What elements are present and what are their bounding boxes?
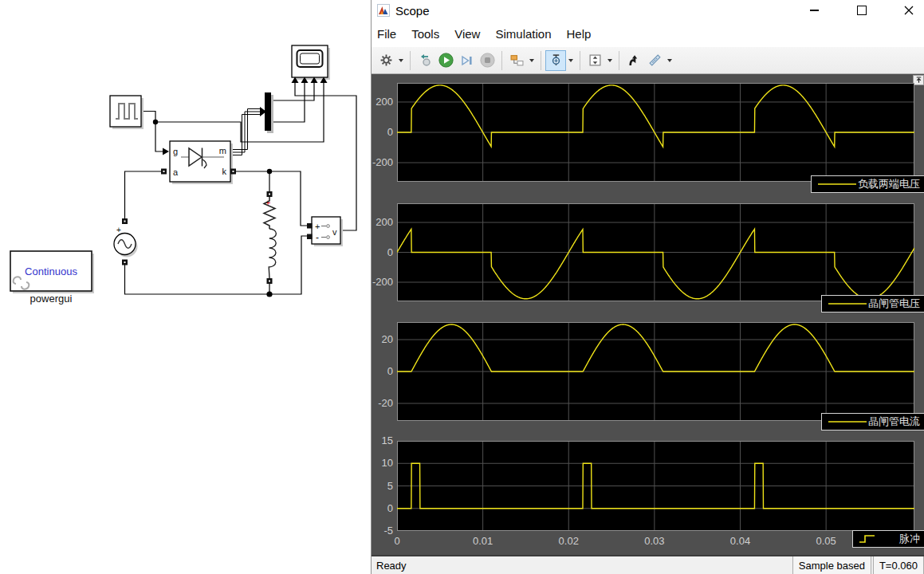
chevron-down-icon (399, 59, 403, 62)
menu-tools[interactable]: Tools (411, 27, 439, 41)
scope-plot-thyristor-current[interactable] (397, 322, 914, 421)
trigger-icon (549, 53, 563, 67)
statusbar: Ready Sample based T=0.060 (372, 555, 924, 574)
rlc-port-top-center (269, 194, 270, 195)
plot-svg-thyristor-voltage (397, 203, 914, 301)
run-icon (438, 53, 454, 68)
wire-demux-out2 (272, 83, 305, 122)
measurements-ruler-icon (648, 53, 662, 67)
vm-plus-label: + (315, 222, 320, 231)
menu-help[interactable]: Help (567, 27, 592, 41)
y-tick-label: 20 (372, 333, 393, 345)
snapshot-button[interactable] (623, 50, 644, 71)
model-diagram: g m a k (0, 0, 371, 574)
zoom-fit-dropdown[interactable] (605, 50, 615, 71)
port-label-k: k (222, 167, 227, 176)
step-back-button[interactable] (415, 50, 435, 71)
wire-bottom-rail (125, 236, 308, 294)
legend-label: 晶闸管电压 (868, 297, 924, 311)
zoom-fit-button[interactable] (584, 50, 605, 71)
settings-button[interactable] (375, 50, 396, 71)
plot-svg-thyristor-current (397, 322, 914, 421)
voltage-measurement-block[interactable]: + - v (307, 217, 343, 246)
vm-port-plus (307, 223, 313, 229)
port-label-m: m (219, 146, 226, 155)
ac-voltage-source-block[interactable]: + (114, 218, 138, 265)
measurements-dropdown[interactable] (665, 50, 674, 71)
scope-plot-load-voltage[interactable] (397, 83, 914, 182)
rlc-port-bottom-center (269, 281, 270, 282)
screen: g m a k (0, 0, 924, 574)
close-icon (904, 6, 914, 15)
series-rlc-branch-block[interactable]: + (264, 191, 276, 284)
simulink-model-canvas[interactable]: g m a k (0, 0, 371, 574)
gate-input-arrow (163, 148, 169, 155)
run-button[interactable] (435, 50, 456, 71)
expand-panel-button[interactable] (913, 75, 924, 85)
menu-view[interactable]: View (454, 27, 480, 41)
legend-thyristor-current[interactable]: 晶闸管电流 (821, 413, 924, 431)
status-text: Ready (376, 560, 407, 572)
signal-curve-load-voltage (397, 85, 914, 147)
chevron-down-icon (607, 59, 612, 62)
legend-thyristor-voltage[interactable]: 晶闸管电压 (821, 295, 924, 313)
port-square-k-center (233, 171, 234, 172)
scope-plot-thyristor-voltage[interactable] (397, 203, 914, 301)
vm-v-label: v (332, 227, 337, 237)
wire-pulse-to-gate (141, 112, 163, 152)
scope-block[interactable] (292, 45, 331, 83)
y-tick-label: 10 (372, 457, 393, 469)
plot-svg-load-voltage (397, 83, 914, 182)
thyristor-block[interactable]: g m a k (161, 141, 236, 184)
signal-layout-button[interactable] (506, 50, 527, 71)
x-tick-label: 0 (379, 535, 415, 547)
chevron-down-icon (529, 59, 534, 62)
y-tick-label: -20 (372, 397, 393, 409)
menu-file[interactable]: File (377, 27, 396, 41)
pulse-generator-block[interactable] (110, 96, 144, 129)
legend-label: 晶闸管电流 (868, 415, 924, 429)
wire-measurement-vector (230, 109, 260, 155)
legend-gate-pulse[interactable]: 脉冲 (852, 530, 924, 548)
trigger-button[interactable] (545, 50, 566, 71)
step-forward-button[interactable] (456, 50, 477, 71)
maximize-button[interactable] (843, 0, 879, 21)
toolbar-separator (501, 51, 502, 70)
source-port-minus-center (124, 261, 126, 263)
wire-cathode-to-vplus (236, 171, 307, 226)
y-tick-label: 0 (372, 365, 393, 377)
x-tick-label: 0.03 (637, 535, 672, 547)
window-title: Scope (395, 4, 430, 18)
y-tick-label: 0 (372, 502, 393, 514)
menubar: File Tools View Simulation Help (372, 21, 924, 47)
minimize-button[interactable] (796, 0, 832, 21)
y-tick-label: -200 (372, 276, 393, 288)
status-sample-mode: Sample based (792, 556, 871, 574)
x-tick-label: 0.05 (808, 535, 843, 547)
y-tick-label: 5 (372, 480, 393, 492)
port-square-a-center (163, 171, 165, 172)
legend-load-voltage[interactable]: 负载两端电压 (811, 175, 924, 193)
powergui-name-label: powergui (30, 293, 73, 305)
toolbar-separator (580, 51, 580, 70)
status-cells: Sample based T=0.060 (791, 556, 924, 574)
close-button[interactable] (891, 0, 924, 21)
y-tick-label: -200 (372, 156, 393, 168)
menu-simulation[interactable]: Simulation (495, 27, 551, 41)
source-port-plus-center (124, 221, 126, 222)
demux-block[interactable] (265, 92, 273, 133)
stop-button[interactable] (477, 50, 497, 71)
titlebar[interactable]: Scope (372, 0, 924, 21)
trigger-dropdown[interactable] (566, 50, 576, 71)
panel-arrow-icon (914, 76, 923, 85)
x-tick-label: 0.01 (466, 535, 501, 547)
scope-plot-gate-pulse[interactable] (397, 441, 914, 531)
measurements-button[interactable] (644, 50, 665, 71)
x-tick-label: 0.02 (551, 535, 586, 547)
step-back-icon (418, 53, 432, 68)
vm-port-minus (307, 234, 313, 240)
legend-line-sample (828, 419, 867, 424)
signal-layout-dropdown[interactable] (527, 50, 537, 71)
settings-dropdown[interactable] (396, 50, 406, 71)
powergui-block[interactable]: Continuous powergui (10, 251, 94, 305)
